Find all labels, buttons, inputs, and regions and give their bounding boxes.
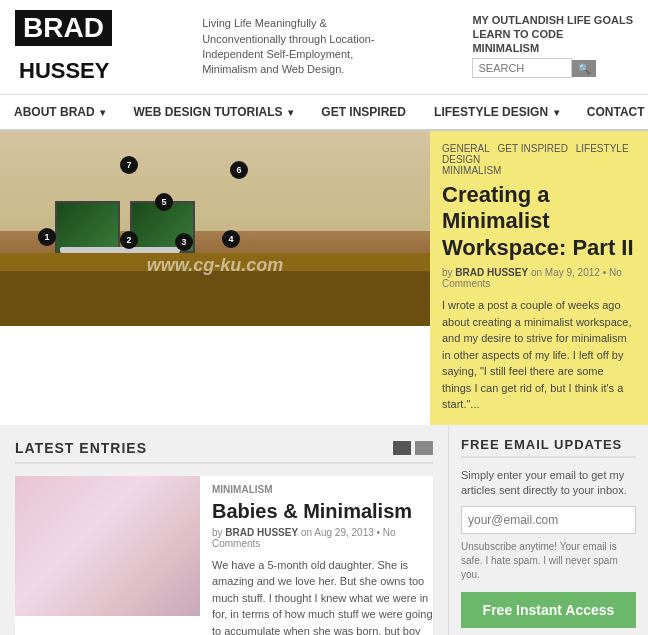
watermark: www.cg-ku.com — [147, 255, 283, 276]
article-card: MINIMALISM Babies & Minimalism by BRAD H… — [15, 476, 433, 635]
sidebar: FREE EMAIL UPDATES Simply enter your ema… — [448, 425, 648, 635]
email-updates-title: FREE EMAIL UPDATES — [461, 437, 636, 458]
nav-lifestyle-design[interactable]: LIFESTYLE DESIGN ▾ — [420, 95, 573, 129]
life-goals-link[interactable]: MY OUTLANDISH LIFE GOALS — [472, 14, 633, 26]
logo-hussey: HUSSEY — [19, 58, 112, 84]
hero-date: May 9, 2012 — [545, 267, 600, 278]
pin-3: 3 — [175, 233, 193, 251]
email-description: Simply enter your email to get my articl… — [461, 468, 636, 499]
search-input[interactable] — [472, 58, 572, 78]
grid-view-icon[interactable] — [415, 441, 433, 455]
cat-general[interactable]: GENERAL — [442, 143, 490, 154]
nav-about-brad[interactable]: ABOUT BRAD ▾ — [0, 95, 119, 129]
article-thumbnail — [15, 476, 200, 616]
hero-categories: GENERAL GET INSPIRED LIFESTYLE DESIGN MI… — [442, 143, 636, 176]
article-category[interactable]: MINIMALISM — [212, 484, 433, 495]
minimalism-link[interactable]: MINIMALISM — [472, 42, 633, 54]
header: BRAD HUSSEY Living Life Meaningfully & U… — [0, 0, 648, 95]
unsub-note: Unsubscribe anytime! Your email is safe.… — [461, 540, 636, 582]
hero-article: GENERAL GET INSPIRED LIFESTYLE DESIGN MI… — [430, 131, 648, 425]
hero-author: BRAD HUSSEY — [455, 267, 528, 278]
nav-get-inspired[interactable]: GET INSPIRED — [307, 95, 420, 129]
logo: BRAD HUSSEY — [15, 10, 112, 84]
cat-get-inspired[interactable]: GET INSPIRED — [498, 143, 568, 154]
header-links: MY OUTLANDISH LIFE GOALS LEARN TO CODE M… — [472, 14, 633, 80]
nav: ABOUT BRAD ▾ WEB DESIGN TUTORIALS ▾ GET … — [0, 95, 648, 131]
pin-5: 5 — [155, 193, 173, 211]
chevron-down-icon: ▾ — [551, 107, 559, 118]
tagline: Living Life Meaningfully & Unconventiona… — [192, 16, 392, 78]
article-excerpt: We have a 5-month old daughter. She is a… — [212, 557, 433, 635]
chevron-down-icon: ▾ — [286, 107, 294, 118]
nav-web-design[interactable]: WEB DESIGN TUTORIALS ▾ — [119, 95, 307, 129]
article-meta: by BRAD HUSSEY on Aug 29, 2013 • No Comm… — [212, 527, 433, 549]
view-icons — [393, 441, 433, 455]
nav-contact-me[interactable]: CONTACT ME — [573, 95, 648, 129]
article-body: MINIMALISM Babies & Minimalism by BRAD H… — [212, 476, 433, 635]
hero-excerpt: I wrote a post a couple of weeks ago abo… — [442, 297, 636, 413]
email-input[interactable] — [461, 506, 636, 534]
logo-brad: BRAD — [15, 10, 112, 46]
cat-minimalism[interactable]: MINIMALISM — [442, 165, 501, 176]
pin-6: 6 — [230, 161, 248, 179]
chevron-down-icon: ▾ — [98, 107, 106, 118]
search-box: 🔍 — [472, 58, 633, 78]
article-title[interactable]: Babies & Minimalism — [212, 499, 433, 523]
section-header: LATEST ENTRIES — [15, 440, 433, 464]
learn-code-link[interactable]: LEARN TO CODE — [472, 28, 633, 40]
search-button[interactable]: 🔍 — [572, 60, 596, 77]
article-date: Aug 29, 2013 — [314, 527, 374, 538]
email-updates-section: FREE EMAIL UPDATES Simply enter your ema… — [461, 437, 636, 635]
list-view-icon[interactable] — [393, 441, 411, 455]
pin-1: 1 — [38, 228, 56, 246]
pin-2: 2 — [120, 231, 138, 249]
hero-image: 1 2 3 4 5 6 7 www.cg-ku.com — [0, 131, 430, 326]
hero-section: 1 2 3 4 5 6 7 www.cg-ku.com GENERAL GET … — [0, 131, 648, 425]
pin-4: 4 — [222, 230, 240, 248]
article-author: BRAD HUSSEY — [225, 527, 298, 538]
main-column: LATEST ENTRIES MINIMALISM Babies & Minim… — [0, 425, 448, 635]
pin-7: 7 — [120, 156, 138, 174]
free-instant-access-button[interactable]: Free Instant Access — [461, 592, 636, 628]
hero-title[interactable]: Creating a Minimalist Workspace: Part II — [442, 182, 636, 261]
content-area: LATEST ENTRIES MINIMALISM Babies & Minim… — [0, 425, 648, 635]
latest-entries-title: LATEST ENTRIES — [15, 440, 147, 456]
hero-meta: by BRAD HUSSEY on May 9, 2012 • No Comme… — [442, 267, 636, 289]
